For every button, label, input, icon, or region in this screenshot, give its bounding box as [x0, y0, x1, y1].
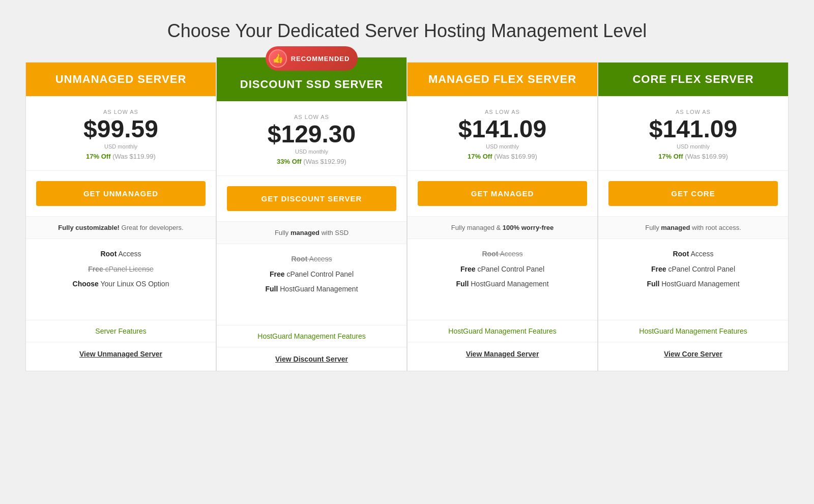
feature-item: Full HostGuard Management — [415, 279, 590, 289]
cta-button-core-flex[interactable]: GET CORE — [608, 181, 778, 206]
discount-line: 17% Off (Was $119.99) — [34, 153, 208, 160]
view-link-discount-ssd[interactable]: View Discount Server — [275, 355, 348, 363]
thumbs-up-icon: 👍 — [269, 49, 287, 68]
usd-monthly-label: USD monthly — [224, 149, 399, 155]
as-low-as-label: AS LOW AS — [224, 114, 399, 120]
cta-section-discount-ssd: GET DISCOUNT SERVER — [217, 176, 406, 222]
price-value: $99.59 — [34, 117, 208, 141]
cta-button-discount-ssd[interactable]: GET DISCOUNT SERVER — [227, 186, 396, 211]
off-text: 17% Off — [468, 153, 492, 160]
view-link-section-unmanaged: View Unmanaged Server — [26, 342, 216, 366]
plan-title-discount-ssd: DISCOUNT SSD SERVER — [224, 78, 399, 91]
price-value: $129.30 — [224, 122, 399, 146]
view-link-section-core-flex: View Core Server — [598, 342, 788, 366]
plan-card-discount-ssd: 👍 RECOMMENDED DISCOUNT SSD SERVER AS LOW… — [216, 57, 407, 371]
features-link-section-managed-flex: HostGuard Management Features — [408, 320, 597, 342]
feature-item: Root Access — [224, 254, 399, 264]
off-text: 17% Off — [658, 153, 683, 160]
off-text: 17% Off — [86, 153, 110, 160]
price-value: $141.09 — [606, 117, 780, 141]
view-link-unmanaged[interactable]: View Unmanaged Server — [79, 350, 162, 358]
feature-item: Full HostGuard Management — [224, 284, 399, 294]
feature-item: Root Access — [606, 249, 780, 259]
discount-line: 17% Off (Was $169.99) — [606, 153, 780, 160]
features-link-discount-ssd[interactable]: HostGuard Management Features — [257, 332, 365, 340]
view-link-section-discount-ssd: View Discount Server — [217, 347, 406, 371]
feature-item: Free cPanel Control Panel — [606, 264, 780, 275]
usd-monthly-label: USD monthly — [606, 143, 780, 150]
view-link-section-managed-flex: View Managed Server — [408, 342, 597, 366]
price-section-unmanaged: AS LOW AS $99.59 USD monthly 17% Off (Wa… — [26, 96, 216, 171]
price-section-discount-ssd: AS LOW AS $129.30 USD monthly 33% Off (W… — [217, 101, 406, 176]
feature-item: Free cPanel License — [34, 264, 208, 275]
plan-card-unmanaged: UNMANAGED SERVER AS LOW AS $99.59 USD mo… — [25, 62, 216, 371]
usd-monthly-label: USD monthly — [415, 143, 590, 150]
features-section-managed-flex: Root Access Free cPanel Control Panel Fu… — [408, 239, 597, 320]
feature-item: Free cPanel Control Panel — [415, 264, 590, 275]
features-link-managed-flex[interactable]: HostGuard Management Features — [448, 327, 556, 335]
features-link-section-core-flex: HostGuard Management Features — [598, 320, 788, 342]
as-low-as-label: AS LOW AS — [34, 109, 208, 115]
features-link-core-flex[interactable]: HostGuard Management Features — [639, 327, 747, 335]
features-section-core-flex: Root Access Free cPanel Control Panel Fu… — [598, 239, 788, 320]
usd-monthly-label: USD monthly — [34, 143, 208, 150]
features-link-unmanaged[interactable]: Server Features — [95, 327, 146, 335]
feature-item: Free cPanel Control Panel — [224, 270, 399, 280]
as-low-as-label: AS LOW AS — [606, 109, 780, 115]
tagline-section-unmanaged: Fully customizable! Great for developers… — [26, 217, 216, 239]
feature-item: Choose Your Linux OS Option — [34, 279, 208, 289]
was-text: (Was $169.99) — [685, 153, 728, 160]
plan-title-managed-flex: MANAGED FLEX SERVER — [415, 73, 590, 86]
plan-header-core-flex: CORE FLEX SERVER — [598, 63, 788, 96]
features-section-unmanaged: Root Access Free cPanel License Choose Y… — [26, 239, 216, 320]
feature-item: Root Access — [34, 249, 208, 259]
feature-item: Full HostGuard Management — [606, 279, 780, 289]
tagline-section-discount-ssd: Fully managed with SSD — [217, 222, 406, 244]
was-text: (Was $192.99) — [303, 158, 346, 165]
features-link-section-unmanaged: Server Features — [26, 320, 216, 342]
tagline-section-managed-flex: Fully managed & 100% worry-free — [408, 217, 597, 239]
recommended-badge: 👍 RECOMMENDED — [266, 46, 358, 71]
cta-section-managed-flex: GET MANAGED — [408, 171, 597, 217]
recommended-label: RECOMMENDED — [291, 55, 350, 63]
plan-header-managed-flex: MANAGED FLEX SERVER — [408, 63, 597, 96]
plan-header-unmanaged: UNMANAGED SERVER — [26, 63, 216, 96]
view-link-managed-flex[interactable]: View Managed Server — [466, 350, 539, 358]
page-title: Choose Your Dedicated Server Hosting Man… — [10, 20, 804, 42]
price-section-core-flex: AS LOW AS $141.09 USD monthly 17% Off (W… — [598, 96, 788, 171]
cta-section-core-flex: GET CORE — [598, 171, 788, 217]
plan-title-unmanaged: UNMANAGED SERVER — [34, 73, 208, 86]
plan-card-managed-flex: MANAGED FLEX SERVER AS LOW AS $141.09 US… — [407, 62, 598, 371]
plans-grid: UNMANAGED SERVER AS LOW AS $99.59 USD mo… — [25, 62, 789, 371]
as-low-as-label: AS LOW AS — [415, 109, 590, 115]
was-text: (Was $169.99) — [494, 153, 537, 160]
features-link-section-discount-ssd: HostGuard Management Features — [217, 325, 406, 347]
price-section-managed-flex: AS LOW AS $141.09 USD monthly 17% Off (W… — [408, 96, 597, 171]
cta-section-unmanaged: GET UNMANAGED — [26, 171, 216, 217]
cta-button-managed-flex[interactable]: GET MANAGED — [418, 181, 587, 206]
features-section-discount-ssd: Root Access Free cPanel Control Panel Fu… — [217, 244, 406, 325]
cta-button-unmanaged[interactable]: GET UNMANAGED — [36, 181, 206, 206]
discount-line: 33% Off (Was $192.99) — [224, 158, 399, 165]
was-text: (Was $119.99) — [112, 153, 156, 160]
plan-title-core-flex: CORE FLEX SERVER — [606, 73, 780, 86]
off-text: 33% Off — [277, 158, 301, 165]
feature-item: Root Access — [415, 249, 590, 259]
price-value: $141.09 — [415, 117, 590, 141]
plan-card-core-flex: CORE FLEX SERVER AS LOW AS $141.09 USD m… — [598, 62, 789, 371]
view-link-core-flex[interactable]: View Core Server — [664, 350, 722, 358]
discount-line: 17% Off (Was $169.99) — [415, 153, 590, 160]
tagline-section-core-flex: Fully managed with root access. — [598, 217, 788, 239]
